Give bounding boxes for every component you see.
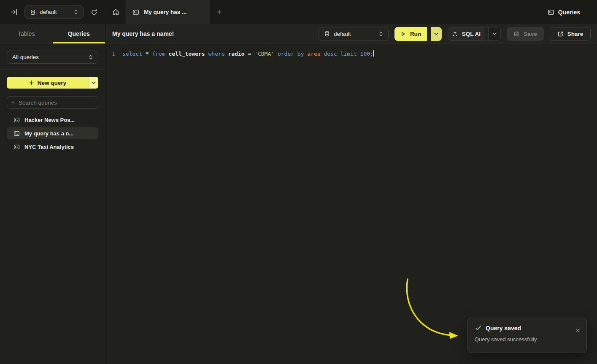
terminal-icon: [14, 130, 20, 137]
toast-close-button[interactable]: [575, 327, 581, 334]
sql-token: *: [146, 51, 152, 57]
close-icon: [575, 328, 580, 333]
chevron-up-down-icon: [74, 9, 78, 15]
sql-token: area: [307, 51, 324, 57]
sql-ai-dropdown-button[interactable]: [488, 27, 500, 40]
sql-token: 100;: [360, 51, 373, 57]
query-filter-select-value: All queries: [12, 54, 39, 60]
query-item-label: NYC Taxi Analytics: [24, 144, 74, 150]
sidebar: Tables Queries All queries New query: [0, 24, 105, 364]
chevron-down-icon: [492, 32, 497, 35]
toolbar-database-select-value: default: [334, 31, 351, 37]
arrow-to-bar-icon: [11, 8, 18, 16]
home-icon: [112, 8, 119, 16]
run-button-group: Run: [394, 27, 442, 41]
toolbar: default Run: [319, 27, 591, 41]
chevron-down-icon: [434, 32, 438, 35]
tab-my-query[interactable]: My query has ...: [126, 0, 210, 24]
save-button-label: Save: [524, 31, 537, 37]
topbar-database-select[interactable]: default: [24, 5, 84, 19]
query-list: Hacker News Pos... My query has a n... N…: [7, 114, 98, 153]
collapse-sidebar-button[interactable]: [8, 6, 20, 19]
query-list-item-hacker-news[interactable]: Hacker News Pos...: [7, 114, 98, 126]
chevron-down-icon: [92, 81, 96, 84]
queries-indicator-label: Queries: [558, 9, 580, 16]
query-item-label: My query has a n...: [24, 130, 73, 137]
refresh-icon: [91, 9, 97, 16]
sql-token: cell_towers: [169, 51, 208, 57]
chevron-up-down-icon: [379, 31, 383, 37]
chevron-up-down-icon: [89, 54, 93, 60]
search-queries-box: [7, 96, 98, 109]
save-button[interactable]: Save: [507, 27, 544, 41]
sql-token: order by: [278, 51, 307, 57]
topbar-left: default: [0, 0, 105, 24]
line-number: 1: [112, 49, 119, 58]
code-line-1: 1 select * from cell_towers where radio …: [112, 49, 597, 58]
query-list-item-my-query[interactable]: My query has a n...: [7, 127, 98, 139]
sql-ai-button-label: SQL AI: [462, 31, 481, 37]
sql-console-app: default My query has ... Queries: [0, 0, 597, 364]
share-icon: [557, 31, 564, 37]
toolbar-database-select[interactable]: default: [319, 27, 389, 41]
sparkles-icon: [452, 31, 458, 37]
check-icon: [475, 324, 482, 332]
home-tab-button[interactable]: [105, 0, 126, 24]
main-panel: My query has a name! default Run: [105, 24, 597, 364]
search-icon: [12, 100, 15, 105]
sql-token: desc limit: [324, 51, 360, 57]
run-button-label: Run: [410, 31, 421, 37]
body: Tables Queries All queries New query: [0, 24, 597, 364]
new-query-dropdown-button[interactable]: [88, 77, 98, 89]
play-icon: [400, 31, 406, 37]
sql-token: from: [152, 51, 168, 57]
sidebar-divider: [0, 69, 105, 70]
queries-indicator[interactable]: Queries: [548, 0, 597, 24]
database-icon: [324, 31, 330, 37]
tab-label: My query has ...: [144, 9, 186, 15]
sql-ai-button-group: SQL AI: [448, 27, 501, 41]
sql-ai-button[interactable]: SQL AI: [448, 27, 484, 40]
query-item-label: Hacker News Pos...: [24, 117, 75, 123]
sql-editor[interactable]: 1 select * from cell_towers where radio …: [105, 44, 597, 364]
query-list-item-nyc-taxi[interactable]: NYC Taxi Analytics: [7, 141, 98, 153]
sidebar-tabs: Tables Queries: [0, 24, 105, 44]
save-icon: [513, 31, 520, 37]
sidebar-tab-queries[interactable]: Queries: [53, 24, 105, 43]
new-query-label: New query: [38, 80, 66, 86]
search-queries-input[interactable]: [19, 100, 93, 106]
topbar: default My query has ... Queries: [0, 0, 597, 24]
sidebar-tab-tables[interactable]: Tables: [0, 24, 53, 43]
page-title: My query has a name!: [112, 30, 174, 37]
query-filter-select[interactable]: All queries: [7, 51, 98, 64]
toast-title: Query saved: [486, 325, 521, 332]
sql-token: =: [248, 51, 254, 57]
plus-icon: [216, 9, 222, 15]
tab-strip: My query has ...: [105, 0, 548, 24]
toast-query-saved: Query saved Query saved successfully: [467, 318, 587, 353]
refresh-button[interactable]: [88, 6, 100, 19]
terminal-icon: [14, 117, 20, 123]
toast-message: Query saved successfully: [475, 336, 580, 342]
run-button[interactable]: Run: [394, 27, 427, 41]
terminal-icon: [14, 144, 20, 150]
sql-token: radio: [228, 51, 248, 57]
sidebar-content: All queries New query: [0, 44, 105, 159]
share-button[interactable]: Share: [550, 27, 591, 41]
plus-icon: [29, 80, 34, 86]
run-dropdown-button[interactable]: [431, 27, 442, 41]
new-tab-button[interactable]: [210, 0, 228, 24]
sql-token: 'CDMA': [254, 51, 278, 57]
sql-code: select * from cell_towers where radio = …: [122, 49, 374, 58]
text-cursor: [373, 50, 374, 57]
sql-token: select: [122, 51, 146, 57]
terminal-icon: [548, 9, 554, 16]
toast-header: Query saved: [475, 324, 580, 332]
main-header: My query has a name! default Run: [105, 24, 597, 44]
database-icon: [30, 9, 36, 15]
terminal-icon: [132, 9, 139, 16]
share-button-label: Share: [567, 31, 583, 37]
new-query-main-button[interactable]: New query: [7, 77, 88, 89]
sql-token: where: [208, 51, 228, 57]
new-query-button: New query: [7, 77, 98, 89]
